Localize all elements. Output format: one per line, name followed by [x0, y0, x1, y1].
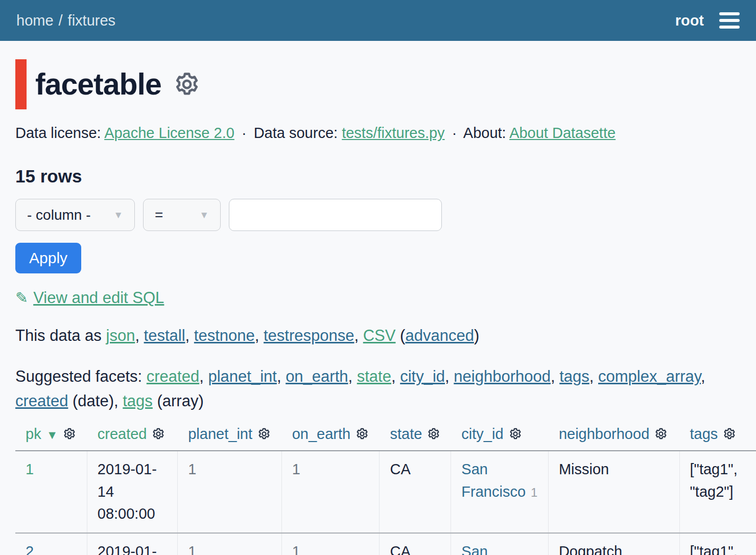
facet-link-planet_int[interactable]: planet_int [208, 367, 276, 385]
hamburger-menu-icon[interactable] [719, 10, 740, 31]
export-line: This data as json, testall, testnone, te… [15, 327, 741, 345]
cell-link-pk[interactable]: 1 [26, 461, 34, 477]
chevron-down-icon: ▼ [113, 210, 123, 221]
breadcrumb-home-link[interactable]: home [16, 12, 54, 29]
export-link-testall[interactable]: testall [144, 327, 185, 344]
column-sort-link-pk[interactable]: pk [26, 426, 41, 442]
apply-button[interactable]: Apply [15, 243, 81, 273]
cell-planet_int: 1 [178, 533, 281, 555]
column-header-pk: pk▼ [15, 425, 87, 451]
filter-controls: - column - ▼ = ▼ [15, 199, 741, 231]
cell-state: CA [380, 451, 451, 533]
page-title: facetable [35, 67, 161, 102]
pencil-icon: ✎ [15, 289, 28, 306]
column-sort-link-on_earth[interactable]: on_earth [292, 426, 351, 442]
page-header: facetable [15, 59, 741, 109]
cell-link-city_id[interactable]: San Francisco [461, 543, 526, 555]
cell-tags: ["tag1", "tag2"] [679, 451, 756, 533]
filter-operator-select[interactable]: = ▼ [143, 199, 221, 231]
navbar: home/fixtures root [0, 0, 756, 41]
suggested-facets-line: Suggested facets: created, planet_int, o… [15, 364, 741, 413]
cell-state: CA [380, 533, 451, 555]
facet-link-on_earth[interactable]: on_earth [286, 367, 348, 385]
cell-suffix-city_id: 1 [531, 485, 537, 499]
breadcrumb-fixtures-link[interactable]: fixtures [68, 12, 115, 29]
column-gear-icon[interactable] [257, 427, 271, 444]
export-link-testnone[interactable]: testnone [194, 327, 255, 344]
column-sort-link-city_id[interactable]: city_id [461, 426, 503, 442]
facet-link-state[interactable]: state [357, 367, 391, 385]
view-edit-sql-link[interactable]: View and edit SQL [33, 289, 164, 307]
license-label: Data license: [15, 125, 101, 141]
column-header-on_earth: on_earth [281, 425, 380, 451]
breadcrumb: home/fixtures [16, 12, 115, 29]
facet-link-created[interactable]: created [15, 392, 68, 410]
column-sort-link-planet_int[interactable]: planet_int [188, 426, 252, 442]
column-header-state: state [380, 425, 451, 451]
about-label: About: [463, 125, 506, 141]
filter-column-select[interactable]: - column - ▼ [15, 199, 135, 231]
breadcrumb-separator: / [59, 12, 63, 29]
filter-column-value: - column - [27, 207, 90, 223]
filter-value-input[interactable] [229, 199, 442, 231]
column-sort-link-neighborhood[interactable]: neighborhood [559, 426, 649, 442]
cell-city_id: San Francisco1 [451, 451, 549, 533]
facet-link-complex_array[interactable]: complex_array [598, 367, 701, 385]
cell-pk: 2 [15, 533, 87, 555]
cell-on_earth: 1 [281, 451, 380, 533]
cell-planet_int: 1 [178, 451, 281, 533]
source-link[interactable]: tests/fixtures.py [342, 125, 444, 141]
cell-tags: ["tag1", "tag3"] [679, 533, 756, 555]
export-link-testresponse[interactable]: testresponse [264, 327, 355, 344]
column-gear-icon[interactable] [509, 427, 522, 444]
column-gear-icon[interactable] [427, 427, 440, 444]
cell-on_earth: 1 [281, 533, 380, 555]
table-row: 12019-01-14 08:00:0011CASan Francisco1Mi… [15, 451, 756, 533]
cell-link-pk[interactable]: 2 [26, 543, 34, 555]
table-actions-gear-icon[interactable] [174, 71, 200, 98]
export-link-CSV[interactable]: CSV [363, 327, 396, 344]
filter-operator-value: = [155, 207, 163, 223]
column-gear-icon[interactable] [63, 427, 76, 444]
sort-desc-icon: ▼ [46, 428, 58, 442]
cell-neighborhood: Dogpatch [548, 533, 679, 555]
export-prefix: This data as [15, 327, 102, 344]
source-label: Data source: [254, 125, 338, 141]
facet-link-neighborhood[interactable]: neighborhood [454, 367, 551, 385]
results-table: pk▼createdplanet_inton_earthstatecity_id… [15, 425, 756, 555]
cell-link-city_id[interactable]: San Francisco [461, 461, 526, 500]
sql-row: ✎View and edit SQL [15, 289, 741, 307]
column-gear-icon[interactable] [356, 427, 369, 444]
about-link[interactable]: About Datasette [509, 125, 616, 141]
column-header-neighborhood: neighborhood [548, 425, 679, 451]
facet-link-created[interactable]: created [147, 367, 199, 385]
column-header-created: created [87, 425, 177, 451]
facet-link-city_id[interactable]: city_id [400, 367, 445, 385]
facet-link-tags[interactable]: tags [559, 367, 589, 385]
column-sort-link-tags[interactable]: tags [690, 426, 718, 442]
column-gear-icon[interactable] [152, 427, 165, 444]
results-table-wrap: pk▼createdplanet_inton_earthstatecity_id… [15, 425, 756, 555]
facets-prefix: Suggested facets: [15, 367, 142, 385]
logged-in-user: root [675, 12, 704, 29]
column-header-tags: tags [679, 425, 756, 451]
row-count: 15 rows [15, 166, 741, 187]
export-link-advanced[interactable]: advanced [405, 327, 474, 344]
column-gear-icon[interactable] [654, 427, 668, 444]
cell-city_id: San Francisco1 [451, 533, 549, 555]
metadata-line: Data license: Apache License 2.0 · Data … [15, 125, 741, 142]
column-gear-icon[interactable] [723, 427, 736, 444]
license-link[interactable]: Apache License 2.0 [104, 125, 234, 141]
column-sort-link-created[interactable]: created [98, 426, 147, 442]
column-header-planet_int: planet_int [178, 425, 281, 451]
column-sort-link-state[interactable]: state [390, 426, 422, 442]
column-header-city_id: city_id [451, 425, 549, 451]
cell-pk: 1 [15, 451, 87, 533]
facet-link-tags[interactable]: tags [123, 392, 153, 410]
facet-suffix: (array) [153, 392, 204, 410]
export-link-json[interactable]: json [106, 327, 135, 344]
meta-separator: · [452, 125, 457, 141]
table-row: 22019-01-14 08:00:0011CASan Francisco1Do… [15, 533, 756, 555]
cell-created: 2019-01-14 08:00:00 [87, 533, 177, 555]
title-accent-bar [15, 59, 27, 109]
